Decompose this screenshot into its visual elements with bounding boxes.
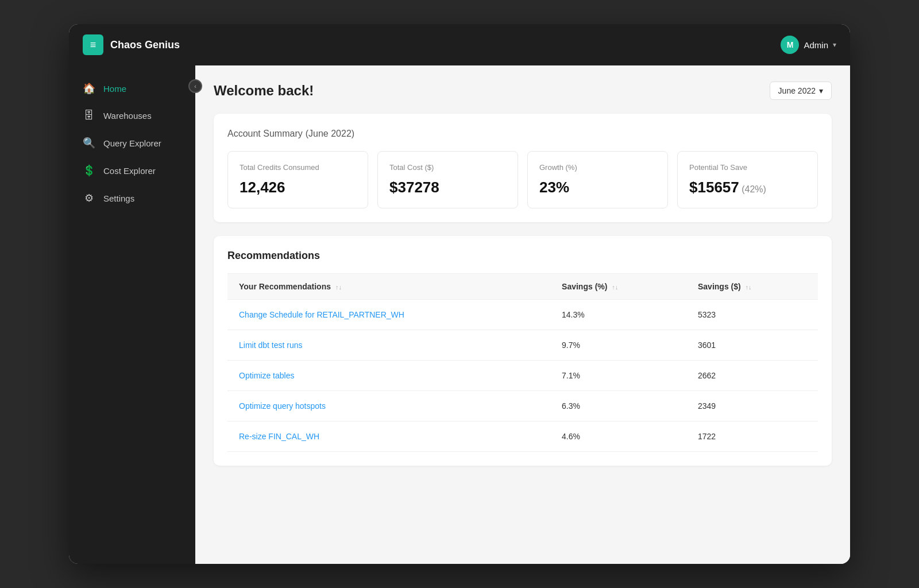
- rec-savings-usd-2: 2662: [686, 361, 818, 391]
- sidebar-item-home-label: Home: [103, 84, 126, 94]
- rec-link-4[interactable]: Re-size FIN_CAL_WH: [227, 421, 550, 452]
- content-header: Welcome back! June 2022 ▾: [214, 82, 832, 100]
- account-summary-title: Account Summary (June 2022): [227, 127, 818, 140]
- col-header-savings-usd: Savings ($) ↑↓: [686, 274, 818, 300]
- col-header-savings-pct: Savings (%) ↑↓: [550, 274, 686, 300]
- metric-card-3: Potential To Save $15657 (42%): [677, 151, 818, 208]
- date-selector-dropdown[interactable]: June 2022 ▾: [770, 82, 832, 100]
- metric-value-1: $37278: [389, 179, 506, 196]
- rec-savings-usd-1: 3601: [686, 330, 818, 361]
- table-row: Limit dbt test runs 9.7% 3601: [227, 330, 818, 361]
- cost-explorer-icon: 💲: [83, 164, 95, 177]
- rec-savings-usd-3: 2349: [686, 391, 818, 421]
- sidebar-item-warehouses-label: Warehouses: [103, 111, 152, 121]
- metric-value-2: 23%: [539, 179, 656, 196]
- metric-label-0: Total Credits Consumed: [240, 163, 356, 172]
- metric-value-0: 12,426: [240, 179, 356, 196]
- metric-sub-3: (42%): [739, 184, 766, 194]
- sidebar-item-home[interactable]: 🏠 Home: [69, 75, 195, 102]
- recommendations-card: Recommendations Your Recommendations ↑↓ …: [214, 236, 832, 466]
- metric-label-2: Growth (%): [539, 163, 656, 172]
- metric-card-2: Growth (%) 23%: [527, 151, 668, 208]
- account-summary-card: Account Summary (June 2022) Total Credit…: [214, 114, 832, 222]
- rec-savings-usd-0: 5323: [686, 300, 818, 330]
- rec-savings-pct-1: 9.7%: [550, 330, 686, 361]
- sidebar-collapse-button[interactable]: ‹: [188, 79, 202, 93]
- user-menu[interactable]: M Admin ▾: [781, 36, 836, 54]
- metric-value-3: $15657 (42%): [689, 179, 806, 196]
- table-row: Optimize query hotspots 6.3% 2349: [227, 391, 818, 421]
- user-name: Admin: [804, 40, 828, 50]
- recommendations-table: Your Recommendations ↑↓ Savings (%) ↑↓ S…: [227, 273, 818, 452]
- sidebar-item-warehouses[interactable]: 🗄 Warehouses: [69, 102, 195, 129]
- query-explorer-icon: 🔍: [83, 137, 95, 149]
- settings-icon: ⚙: [83, 192, 95, 204]
- date-selector-chevron: ▾: [819, 86, 823, 95]
- metric-label-3: Potential To Save: [689, 163, 806, 172]
- app-name: Chaos Genius: [110, 39, 180, 51]
- user-avatar: M: [781, 36, 799, 54]
- rec-link-1[interactable]: Limit dbt test runs: [227, 330, 550, 361]
- user-menu-chevron: ▾: [833, 41, 836, 49]
- sidebar-item-query-explorer[interactable]: 🔍 Query Explorer: [69, 129, 195, 157]
- rec-savings-pct-2: 7.1%: [550, 361, 686, 391]
- warehouses-icon: 🗄: [83, 110, 95, 122]
- sidebar-item-cost-explorer-label: Cost Explorer: [103, 166, 156, 176]
- rec-savings-pct-4: 4.6%: [550, 421, 686, 452]
- metric-label-1: Total Cost ($): [389, 163, 506, 172]
- logo-icon: ≡: [83, 34, 103, 55]
- metrics-row: Total Credits Consumed 12,426 Total Cost…: [227, 151, 818, 208]
- metric-card-0: Total Credits Consumed 12,426: [227, 151, 368, 208]
- col-header-recommendations: Your Recommendations ↑↓: [227, 274, 550, 300]
- date-selector-label: June 2022: [778, 86, 816, 95]
- rec-savings-pct-0: 14.3%: [550, 300, 686, 330]
- rec-link-3[interactable]: Optimize query hotspots: [227, 391, 550, 421]
- rec-savings-usd-4: 1722: [686, 421, 818, 452]
- recommendations-title: Recommendations: [227, 250, 818, 262]
- welcome-title: Welcome back!: [214, 83, 314, 99]
- sidebar-item-cost-explorer[interactable]: 💲 Cost Explorer: [69, 157, 195, 184]
- rec-savings-pct-3: 6.3%: [550, 391, 686, 421]
- content-area: Welcome back! June 2022 ▾ Account Summar…: [195, 65, 850, 564]
- metric-card-1: Total Cost ($) $37278: [377, 151, 518, 208]
- rec-link-2[interactable]: Optimize tables: [227, 361, 550, 391]
- sidebar-item-settings[interactable]: ⚙ Settings: [69, 184, 195, 212]
- table-row: Change Schedule for RETAIL_PARTNER_WH 14…: [227, 300, 818, 330]
- table-row: Optimize tables 7.1% 2662: [227, 361, 818, 391]
- sidebar-item-query-explorer-label: Query Explorer: [103, 138, 161, 148]
- sidebar: ‹ 🏠 Home 🗄 Warehouses 🔍 Query Explorer 💲…: [69, 65, 195, 564]
- table-header-row: Your Recommendations ↑↓ Savings (%) ↑↓ S…: [227, 274, 818, 300]
- home-icon: 🏠: [83, 82, 95, 95]
- sort-icon-1[interactable]: ↑↓: [612, 284, 618, 291]
- sidebar-item-settings-label: Settings: [103, 194, 134, 203]
- table-row: Re-size FIN_CAL_WH 4.6% 1722: [227, 421, 818, 452]
- rec-link-0[interactable]: Change Schedule for RETAIL_PARTNER_WH: [227, 300, 550, 330]
- logo-area: ≡ Chaos Genius: [83, 34, 180, 55]
- sort-icon-0[interactable]: ↑↓: [335, 284, 342, 291]
- sort-icon-2[interactable]: ↑↓: [746, 284, 752, 291]
